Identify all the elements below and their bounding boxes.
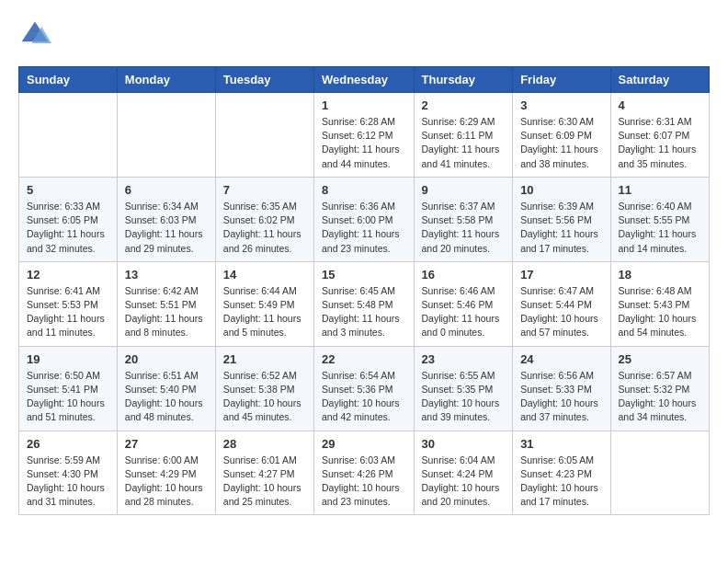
calendar-cell: 6Sunrise: 6:34 AM Sunset: 6:03 PM Daylig…: [117, 177, 215, 261]
day-info: Sunrise: 6:52 AM Sunset: 5:38 PM Dayligh…: [223, 369, 306, 425]
day-number: 25: [619, 352, 701, 366]
col-header-monday: Monday: [117, 67, 215, 93]
day-info: Sunrise: 6:36 AM Sunset: 6:00 PM Dayligh…: [322, 200, 406, 256]
calendar-week-row: 12Sunrise: 6:41 AM Sunset: 5:53 PM Dayli…: [19, 261, 710, 346]
calendar-week-row: 5Sunrise: 6:33 AM Sunset: 6:05 PM Daylig…: [19, 177, 710, 261]
calendar-cell: 9Sunrise: 6:37 AM Sunset: 5:58 PM Daylig…: [414, 177, 513, 261]
day-number: 13: [125, 268, 208, 282]
calendar-cell: 23Sunrise: 6:55 AM Sunset: 5:35 PM Dayli…: [414, 346, 513, 431]
day-number: 14: [223, 268, 306, 282]
calendar-header-row: SundayMondayTuesdayWednesdayThursdayFrid…: [19, 67, 710, 93]
day-number: 22: [322, 352, 406, 366]
calendar-cell: 26Sunrise: 5:59 AM Sunset: 4:30 PM Dayli…: [19, 431, 118, 515]
page-header: [18, 18, 710, 52]
calendar-week-row: 19Sunrise: 6:50 AM Sunset: 5:41 PM Dayli…: [19, 346, 710, 431]
day-number: 28: [223, 437, 306, 451]
day-info: Sunrise: 6:34 AM Sunset: 6:03 PM Dayligh…: [125, 200, 208, 256]
logo-icon: [18, 18, 51, 52]
day-number: 11: [619, 183, 701, 197]
day-number: 12: [27, 268, 109, 282]
day-info: Sunrise: 6:31 AM Sunset: 6:07 PM Dayligh…: [619, 115, 701, 171]
calendar-cell: 22Sunrise: 6:54 AM Sunset: 5:36 PM Dayli…: [313, 346, 414, 431]
day-number: 27: [125, 437, 208, 451]
calendar-cell: 27Sunrise: 6:00 AM Sunset: 4:29 PM Dayli…: [117, 431, 215, 515]
calendar-week-row: 26Sunrise: 5:59 AM Sunset: 4:30 PM Dayli…: [19, 431, 710, 515]
calendar-cell: 15Sunrise: 6:45 AM Sunset: 5:48 PM Dayli…: [313, 261, 414, 346]
day-number: 31: [520, 437, 602, 451]
day-number: 29: [322, 437, 406, 451]
calendar-cell: 18Sunrise: 6:48 AM Sunset: 5:43 PM Dayli…: [610, 261, 709, 346]
calendar-cell: [117, 93, 215, 178]
calendar-cell: 5Sunrise: 6:33 AM Sunset: 6:05 PM Daylig…: [19, 177, 118, 261]
calendar-week-row: 1Sunrise: 6:28 AM Sunset: 6:12 PM Daylig…: [19, 93, 710, 178]
calendar-cell: 25Sunrise: 6:57 AM Sunset: 5:32 PM Dayli…: [610, 346, 709, 431]
day-number: 24: [520, 352, 602, 366]
day-info: Sunrise: 6:01 AM Sunset: 4:27 PM Dayligh…: [223, 454, 306, 510]
calendar-cell: 14Sunrise: 6:44 AM Sunset: 5:49 PM Dayli…: [215, 261, 313, 346]
col-header-wednesday: Wednesday: [313, 67, 414, 93]
calendar-cell: 12Sunrise: 6:41 AM Sunset: 5:53 PM Dayli…: [19, 261, 118, 346]
calendar-cell: 13Sunrise: 6:42 AM Sunset: 5:51 PM Dayli…: [117, 261, 215, 346]
calendar-cell: [215, 93, 313, 178]
day-info: Sunrise: 6:04 AM Sunset: 4:24 PM Dayligh…: [422, 454, 506, 510]
day-info: Sunrise: 6:29 AM Sunset: 6:11 PM Dayligh…: [422, 115, 506, 171]
day-number: 15: [322, 268, 406, 282]
day-info: Sunrise: 6:45 AM Sunset: 5:48 PM Dayligh…: [322, 284, 406, 340]
day-info: Sunrise: 6:39 AM Sunset: 5:56 PM Dayligh…: [520, 200, 602, 256]
day-number: 17: [520, 268, 602, 282]
day-info: Sunrise: 6:44 AM Sunset: 5:49 PM Dayligh…: [223, 284, 306, 340]
day-info: Sunrise: 6:03 AM Sunset: 4:26 PM Dayligh…: [322, 454, 406, 510]
calendar-cell: 30Sunrise: 6:04 AM Sunset: 4:24 PM Dayli…: [414, 431, 513, 515]
day-info: Sunrise: 6:35 AM Sunset: 6:02 PM Dayligh…: [223, 200, 306, 256]
calendar-cell: 31Sunrise: 6:05 AM Sunset: 4:23 PM Dayli…: [513, 431, 610, 515]
calendar-cell: 21Sunrise: 6:52 AM Sunset: 5:38 PM Dayli…: [215, 346, 313, 431]
day-number: 20: [125, 352, 208, 366]
day-number: 5: [27, 183, 109, 197]
day-info: Sunrise: 6:30 AM Sunset: 6:09 PM Dayligh…: [520, 115, 602, 171]
day-number: 3: [520, 98, 602, 112]
day-number: 2: [422, 98, 506, 112]
calendar-cell: 17Sunrise: 6:47 AM Sunset: 5:44 PM Dayli…: [513, 261, 610, 346]
day-info: Sunrise: 6:51 AM Sunset: 5:40 PM Dayligh…: [125, 369, 208, 425]
day-number: 1: [322, 98, 406, 112]
col-header-thursday: Thursday: [414, 67, 513, 93]
day-info: Sunrise: 6:48 AM Sunset: 5:43 PM Dayligh…: [619, 284, 701, 340]
day-info: Sunrise: 6:00 AM Sunset: 4:29 PM Dayligh…: [125, 454, 208, 510]
col-header-friday: Friday: [513, 67, 610, 93]
day-info: Sunrise: 6:54 AM Sunset: 5:36 PM Dayligh…: [322, 369, 406, 425]
day-number: 18: [619, 268, 701, 282]
day-number: 9: [422, 183, 506, 197]
calendar-cell: 24Sunrise: 6:56 AM Sunset: 5:33 PM Dayli…: [513, 346, 610, 431]
day-info: Sunrise: 6:47 AM Sunset: 5:44 PM Dayligh…: [520, 284, 602, 340]
calendar-cell: [19, 93, 118, 178]
day-info: Sunrise: 6:41 AM Sunset: 5:53 PM Dayligh…: [27, 284, 109, 340]
calendar-table: SundayMondayTuesdayWednesdayThursdayFrid…: [18, 66, 710, 515]
calendar-cell: 19Sunrise: 6:50 AM Sunset: 5:41 PM Dayli…: [19, 346, 118, 431]
calendar-cell: 4Sunrise: 6:31 AM Sunset: 6:07 PM Daylig…: [610, 93, 709, 178]
calendar-cell: 3Sunrise: 6:30 AM Sunset: 6:09 PM Daylig…: [513, 93, 610, 178]
day-number: 19: [27, 352, 109, 366]
calendar-cell: 7Sunrise: 6:35 AM Sunset: 6:02 PM Daylig…: [215, 177, 313, 261]
day-number: 10: [520, 183, 602, 197]
calendar-cell: 29Sunrise: 6:03 AM Sunset: 4:26 PM Dayli…: [313, 431, 414, 515]
calendar-cell: 11Sunrise: 6:40 AM Sunset: 5:55 PM Dayli…: [610, 177, 709, 261]
day-info: Sunrise: 6:56 AM Sunset: 5:33 PM Dayligh…: [520, 369, 602, 425]
calendar-cell: 16Sunrise: 6:46 AM Sunset: 5:46 PM Dayli…: [414, 261, 513, 346]
day-number: 26: [27, 437, 109, 451]
day-info: Sunrise: 6:33 AM Sunset: 6:05 PM Dayligh…: [27, 200, 109, 256]
calendar-cell: 28Sunrise: 6:01 AM Sunset: 4:27 PM Dayli…: [215, 431, 313, 515]
day-number: 16: [422, 268, 506, 282]
day-number: 6: [125, 183, 208, 197]
calendar-cell: 8Sunrise: 6:36 AM Sunset: 6:00 PM Daylig…: [313, 177, 414, 261]
col-header-sunday: Sunday: [19, 67, 118, 93]
calendar-cell: 1Sunrise: 6:28 AM Sunset: 6:12 PM Daylig…: [313, 93, 414, 178]
day-info: Sunrise: 6:46 AM Sunset: 5:46 PM Dayligh…: [422, 284, 506, 340]
col-header-tuesday: Tuesday: [215, 67, 313, 93]
calendar-cell: [610, 431, 709, 515]
calendar-cell: 20Sunrise: 6:51 AM Sunset: 5:40 PM Dayli…: [117, 346, 215, 431]
day-info: Sunrise: 6:42 AM Sunset: 5:51 PM Dayligh…: [125, 284, 208, 340]
calendar-cell: 2Sunrise: 6:29 AM Sunset: 6:11 PM Daylig…: [414, 93, 513, 178]
day-info: Sunrise: 6:55 AM Sunset: 5:35 PM Dayligh…: [422, 369, 506, 425]
logo: [18, 18, 55, 52]
calendar-cell: 10Sunrise: 6:39 AM Sunset: 5:56 PM Dayli…: [513, 177, 610, 261]
